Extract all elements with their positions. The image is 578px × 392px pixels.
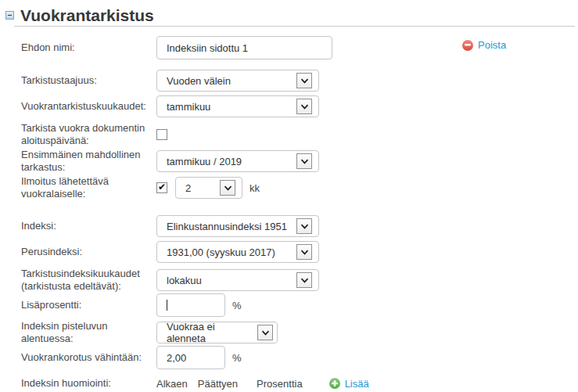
field-label: Ensimmäinen mahdollinen tarkastus:: [21, 149, 156, 174]
field-label: Indeksin huomiointi:: [21, 377, 156, 390]
ilmoitus-checkbox[interactable]: ✔: [156, 182, 167, 193]
selected-value: Vuokraa ei alenneta: [167, 321, 253, 344]
tarkistustaajuus-select[interactable]: Vuoden välein: [156, 70, 319, 92]
field-label: Vuokrankorotus vähintään:: [21, 351, 156, 364]
lisaa-link[interactable]: Lisää: [329, 378, 369, 390]
selected-value: 1931,00 (syyskuu 2017): [167, 246, 275, 258]
poista-label: Poista: [478, 39, 506, 51]
chevron-down-icon[interactable]: [296, 99, 312, 114]
row-ilmoitus: Ilmoitus lähetettävä vuokralaiselle: ✔ 2…: [21, 174, 578, 201]
perusindeksi-select[interactable]: 1931,00 (syyskuu 2017): [156, 241, 319, 263]
row-lisaprosentti: Lisäprosentti: %: [21, 293, 578, 317]
pisteluvun-alentuessa-select[interactable]: Vuokraa ei alenneta: [156, 322, 278, 343]
field-label: Vuokrantarkistuskuukaudet:: [21, 100, 156, 113]
row-indeksi: Indeksi: Elinkustannusindeksi 1951: [21, 215, 578, 237]
field-label: Tarkistusindeksikuukaudet (tarkistusta e…: [21, 268, 156, 293]
selected-value: lokakuu: [167, 275, 202, 286]
field-label: Tarkistustaajuus:: [21, 74, 156, 87]
vuokrankorotus-input[interactable]: [156, 346, 225, 369]
selected-value: 2: [185, 182, 191, 194]
vuokrantarkistuskuukaudet-select[interactable]: tammikuu: [156, 95, 319, 117]
poista-link[interactable]: Poista: [462, 39, 506, 51]
ensimmainen-tarkastus-select[interactable]: tammikuu / 2019: [156, 150, 319, 172]
chevron-down-icon[interactable]: [296, 153, 312, 169]
selected-value: Elinkustannusindeksi 1951: [167, 221, 287, 232]
chevron-down-icon[interactable]: [296, 218, 312, 234]
field-label: Indeksin pisteluvun alentuessa:: [21, 320, 156, 345]
row-indeksin-huomiointi: Indeksin huomiointi: Alkaen Päättyen Pro…: [21, 372, 578, 392]
text-caret: [167, 300, 167, 311]
vuokrantarkistus-panel: Vuokrantarkistus Poista Ehdon nimi: Tark…: [0, 0, 578, 392]
indeksi-select[interactable]: Elinkustannusindeksi 1951: [156, 215, 319, 237]
chevron-down-icon[interactable]: [257, 325, 273, 340]
row-vuokrantarkistuskuukaudet: Vuokrantarkistuskuukaudet: tammikuu: [21, 95, 578, 117]
field-label: Ilmoitus lähetettävä vuokralaiselle:: [21, 175, 156, 200]
column-header-alkaen: Alkaen: [156, 378, 188, 390]
kk-suffix: kk: [250, 182, 260, 194]
remove-circle-icon: [462, 40, 473, 51]
percent-suffix: %: [232, 300, 242, 311]
column-header-paattyen: Päättyen: [198, 378, 238, 390]
tarkistusindeksikuukaudet-select[interactable]: lokakuu: [156, 269, 319, 291]
row-vuokrankorotus: Vuokrankorotus vähintään: %: [21, 346, 578, 369]
row-tarkistustaajuus: Tarkistustaajuus: Vuoden välein: [21, 70, 578, 92]
field-label: Tarkista vuokra dokumentin aloituspäivän…: [21, 122, 156, 147]
row-perusindeksi: Perusindeksi: 1931,00 (syyskuu 2017): [21, 241, 578, 263]
selected-value: tammikuu / 2019: [167, 156, 242, 167]
field-label: Lisäprosentti:: [21, 299, 156, 311]
field-label: Indeksi:: [21, 220, 156, 232]
selected-value: tammikuu: [167, 101, 210, 113]
add-circle-icon: [329, 378, 340, 389]
lisaa-label: Lisää: [345, 378, 369, 390]
field-label: Perusindeksi:: [21, 246, 156, 258]
percent-suffix: %: [232, 352, 242, 364]
ehdon-nimi-input[interactable]: [156, 36, 332, 59]
row-tarkista-vuokra: Tarkista vuokra dokumentin aloituspäivän…: [21, 121, 578, 148]
collapse-icon[interactable]: [5, 11, 14, 20]
checkmark-icon: ✔: [158, 182, 166, 192]
ilmoitus-kk-select[interactable]: 2: [175, 177, 242, 199]
chevron-down-icon[interactable]: [296, 73, 312, 88]
field-label: Ehdon nimi:: [21, 41, 156, 54]
page-title: Vuokrantarkistus: [20, 6, 154, 24]
selected-value: Vuoden välein: [167, 75, 231, 87]
row-tarkistusindeksikuukaudet: Tarkistusindeksikuukaudet (tarkistusta e…: [21, 267, 578, 293]
row-ensimmainen-tarkastus: Ensimmäinen mahdollinen tarkastus: tammi…: [21, 148, 578, 174]
chevron-down-icon[interactable]: [296, 272, 312, 288]
column-header-prosenttia: Prosenttia: [257, 378, 303, 390]
row-pisteluvun-alentuessa: Indeksin pisteluvun alentuessa: Vuokraa …: [21, 319, 578, 346]
panel-header: Vuokrantarkistus: [0, 0, 578, 24]
rent-review-form: Ehdon nimi: Tarkistustaajuus: Vuoden väl…: [0, 27, 578, 392]
tarkista-vuokra-checkbox[interactable]: [156, 129, 167, 140]
chevron-down-icon[interactable]: [220, 180, 235, 196]
chevron-down-icon[interactable]: [296, 244, 312, 260]
